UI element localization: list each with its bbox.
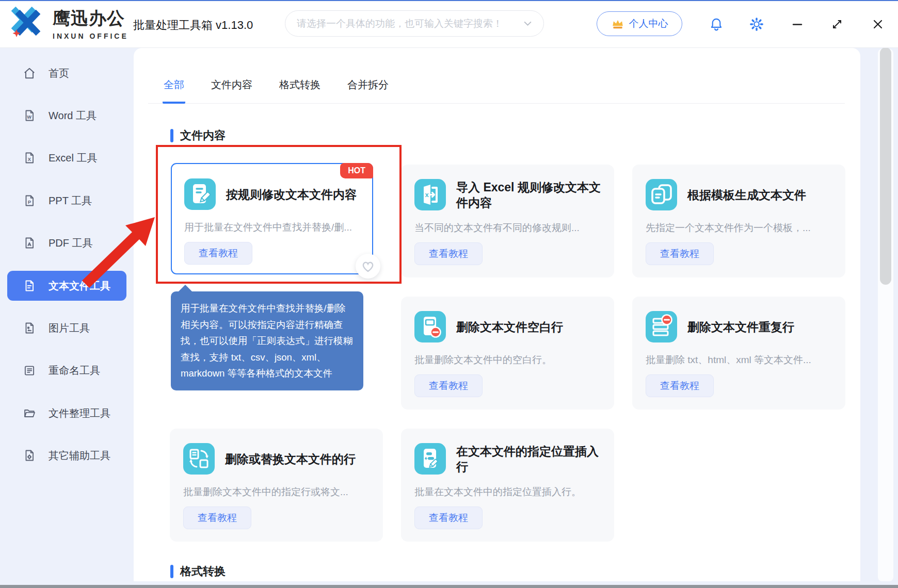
- heart-icon: [360, 258, 376, 274]
- tool-card-desc: 先指定一个文本文件作为一个模板，...: [646, 221, 832, 235]
- tool-description-tooltip: 用于批量在文件文件中查找并替换/删除相关内容。可以按指定内容进行精确查找，也可以…: [171, 291, 363, 390]
- sidebar-item-label: 文件整理工具: [49, 406, 110, 420]
- main-content-panel: 全部 文件内容 格式转换 合并拆分 文件内容 HOT 按规则修改文本文件内容: [134, 48, 860, 581]
- sidebar-item-home[interactable]: 首页: [7, 58, 126, 88]
- function-search-select[interactable]: [285, 10, 544, 37]
- brand-name-cn: 鹰迅办公: [53, 7, 129, 30]
- sidebar-item-rename-tools[interactable]: 重命名工具: [7, 355, 126, 385]
- hot-badge: HOT: [340, 163, 373, 178]
- view-tutorial-button[interactable]: 查看教程: [414, 374, 483, 397]
- word-doc-icon: W: [23, 109, 36, 122]
- sidebar-item-file-organize-tools[interactable]: 文件整理工具: [7, 398, 126, 428]
- app-header: 鹰迅办公 INXUN OFFICE 批量处理工具箱 v1.13.0 个人中心: [0, 0, 898, 48]
- view-tutorial-button[interactable]: 查看教程: [646, 374, 714, 397]
- doc-gear-icon: [23, 449, 36, 462]
- section-accent-bar: [170, 129, 173, 142]
- sidebar-item-ppt-tools[interactable]: P PPT 工具: [7, 186, 126, 216]
- sidebar: 首页 W Word 工具 X Excel 工具 P PPT 工具 PDF 工具 …: [0, 48, 134, 581]
- minimize-icon: [791, 18, 804, 31]
- notifications-button[interactable]: [708, 16, 725, 32]
- view-tutorial-button[interactable]: 查看教程: [183, 507, 251, 529]
- tool-card-desc: 批量删除文本文件中的空白行。: [414, 353, 601, 367]
- excel-import-icon: x: [414, 179, 446, 210]
- excel-doc-icon: X: [23, 151, 36, 165]
- brand-name-en: INXUN OFFICE: [53, 32, 129, 40]
- crown-icon: [611, 18, 624, 30]
- tab-format-convert[interactable]: 格式转换: [278, 75, 322, 104]
- sidebar-item-excel-tools[interactable]: X Excel 工具: [7, 143, 126, 173]
- search-input[interactable]: [297, 18, 523, 29]
- remove-blank-lines-icon: [414, 311, 446, 342]
- view-tutorial-button[interactable]: 查看教程: [184, 242, 252, 265]
- list-icon: [23, 364, 36, 377]
- section-header-file-content: 文件内容: [170, 128, 226, 143]
- category-tabs: 全部 文件内容 格式转换 合并拆分: [148, 69, 845, 104]
- section-header-format-convert: 格式转换: [170, 564, 226, 579]
- tab-merge-split[interactable]: 合并拆分: [346, 75, 390, 104]
- app-title: 批量处理工具箱 v1.13.0: [133, 18, 253, 33]
- view-tutorial-button[interactable]: 查看教程: [414, 507, 483, 529]
- view-tutorial-button[interactable]: 查看教程: [414, 242, 483, 265]
- maximize-icon: [830, 18, 844, 31]
- tool-card-remove-duplicate-lines[interactable]: 删除文本文件重复行 批量删除 txt、html、xml 等文本文件... 查看教…: [632, 297, 845, 410]
- template-docs-icon: [646, 179, 677, 210]
- view-tutorial-button[interactable]: 查看教程: [646, 242, 714, 265]
- gear-icon: [749, 17, 764, 32]
- minimize-button[interactable]: [789, 16, 806, 32]
- window-top-edge: [0, 0, 898, 1]
- section-title: 文件内容: [180, 128, 226, 143]
- svg-text:X: X: [28, 157, 31, 162]
- chevron-down-icon: [523, 21, 532, 26]
- maximize-button[interactable]: [829, 16, 845, 32]
- window-bottom-edge: [0, 585, 898, 588]
- bell-icon: [709, 17, 724, 32]
- tool-card-modify-text-by-rule[interactable]: HOT 按规则修改文本文件内容 用于批量在文件文件中查找并替换/删... 查看教…: [171, 163, 373, 274]
- scrollbar-thumb[interactable]: [880, 47, 891, 285]
- sidebar-item-image-tools[interactable]: 图片工具: [7, 313, 126, 343]
- sidebar-item-label: 图片工具: [49, 321, 90, 335]
- tab-file-content[interactable]: 文件内容: [210, 75, 253, 104]
- user-center-button[interactable]: 个人中心: [597, 11, 682, 36]
- image-doc-icon: [23, 321, 36, 335]
- sidebar-item-label: 首页: [49, 67, 69, 80]
- sidebar-item-label: PPT 工具: [49, 194, 92, 208]
- doc-edit-icon: [184, 178, 216, 210]
- tool-card-desc: 当不同的文本文件有不同的修改规则...: [414, 221, 601, 235]
- tool-card-desc: 用于批量在文件文件中查找并替换/删...: [184, 221, 360, 234]
- favorite-button[interactable]: [356, 254, 380, 279]
- tool-card-delete-replace-lines[interactable]: 删除或替换文本文件的行 批量删除文本文件中的指定行或将文... 查看教程: [170, 429, 383, 542]
- sidebar-item-label: 重命名工具: [49, 364, 100, 378]
- tool-card-remove-blank-lines[interactable]: 删除文本文件空白行 批量删除文本文件中的空白行。 查看教程: [401, 297, 614, 410]
- scrollbar-track[interactable]: [878, 49, 893, 581]
- sidebar-item-pdf-tools[interactable]: PDF 工具: [7, 228, 126, 258]
- tool-card-title: 在文本文件的指定位置插入行: [456, 444, 601, 475]
- insert-line-icon: [414, 443, 446, 475]
- tab-all[interactable]: 全部: [163, 75, 185, 104]
- tool-card-insert-line-at-position[interactable]: 在文本文件的指定位置插入行 批量在文本文件中的指定位置插入行。 查看教程: [401, 429, 614, 542]
- user-center-label: 个人中心: [629, 17, 668, 30]
- sidebar-item-other-tools[interactable]: 其它辅助工具: [7, 440, 126, 470]
- tool-card-title: 按规则修改文本文件内容: [226, 187, 357, 202]
- tool-card-desc: 批量在文本文件中的指定位置插入行。: [414, 485, 601, 499]
- tool-card-import-excel-rules[interactable]: x 导入 Excel 规则修改文本文件内容 当不同的文本文件有不同的修改规则..…: [401, 165, 614, 277]
- svg-text:P: P: [28, 200, 31, 205]
- brand-block: 鹰迅办公 INXUN OFFICE: [53, 7, 129, 40]
- close-button[interactable]: [870, 16, 886, 32]
- sidebar-item-text-file-tools[interactable]: 文本文件工具: [7, 271, 126, 301]
- app-logo-icon: [11, 6, 47, 40]
- remove-duplicate-lines-icon: [646, 311, 677, 342]
- settings-button[interactable]: [748, 16, 765, 32]
- section-title: 格式转换: [180, 564, 226, 579]
- sidebar-item-label: 其它辅助工具: [49, 449, 110, 463]
- folder-icon: [23, 406, 36, 420]
- ppt-doc-icon: P: [23, 194, 36, 207]
- tool-card-desc: 批量删除文本文件中的指定行或将文...: [183, 485, 370, 499]
- sidebar-item-label: PDF 工具: [49, 236, 93, 250]
- tool-card-generate-from-template[interactable]: 根据模板生成文本文件 先指定一个文本文件作为一个模板，... 查看教程: [632, 165, 845, 277]
- sidebar-item-word-tools[interactable]: W Word 工具: [7, 101, 126, 130]
- sidebar-item-label: Excel 工具: [49, 151, 97, 165]
- pdf-doc-icon: [23, 236, 36, 250]
- section-accent-bar: [170, 565, 173, 578]
- svg-text:W: W: [27, 115, 31, 120]
- sidebar-item-label: Word 工具: [49, 109, 97, 123]
